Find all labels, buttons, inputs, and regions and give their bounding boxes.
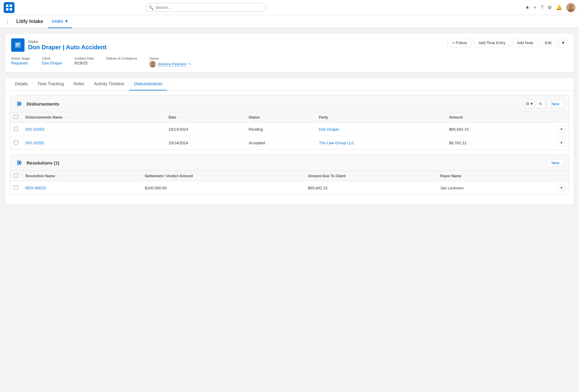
disbursements-table: Disbursements Name ↑ Date Status Party A… <box>10 112 569 149</box>
svg-rect-3 <box>10 8 12 11</box>
resolutions-col-actions <box>526 171 569 181</box>
table-row: DIS-10253 10/14/2024 Pending Don Draper … <box>10 122 569 136</box>
record-meta: Active Stage Requests Client Don Draper … <box>11 57 568 67</box>
app-logo-icon <box>4 2 15 13</box>
notifications-icon[interactable]: 🔔 <box>556 5 562 10</box>
tab-roles[interactable]: Roles <box>69 78 89 90</box>
res-row1-payor: Jan Levinson <box>437 181 526 195</box>
statute-field: Statute of Limitations <box>106 57 137 67</box>
record-info: Intake Don Draper | Auto Accident <box>28 40 107 51</box>
add-time-entry-button[interactable]: Add Time Entry <box>474 38 510 47</box>
resolutions-actions: New <box>547 159 564 167</box>
help-icon[interactable]: ? <box>541 5 543 10</box>
record-actions: + Follow Add Time Entry Add Note Edit ▼ <box>447 38 568 47</box>
disbursements-litify-icon <box>15 100 24 108</box>
client-field: Client Don Draper <box>42 57 62 67</box>
row1-name-link[interactable]: DIS-10253 <box>25 127 44 132</box>
resolutions-select-all-checkbox[interactable] <box>14 173 18 178</box>
search-bar: 🔍 <box>145 3 266 12</box>
disbursements-select-all-checkbox[interactable] <box>14 115 18 119</box>
record-type-icon <box>11 38 24 52</box>
resolutions-title-area: Resolutions (1) <box>15 158 59 167</box>
settings-icon[interactable]: ⚙ <box>548 5 552 10</box>
disbursements-title: Disbursements <box>27 101 59 106</box>
active-stage-field: Active Stage Requests <box>11 57 30 67</box>
statute-label: Statute of Limitations <box>106 57 137 60</box>
res-row1-dropdown-button[interactable]: ▼ <box>558 184 565 191</box>
active-stage-value[interactable]: Requests <box>11 61 28 65</box>
row2-name-link[interactable]: DIS-10252 <box>25 141 44 145</box>
edit-button[interactable]: Edit <box>540 38 556 47</box>
res-row1-name-link[interactable]: RES-00015 <box>25 186 46 190</box>
row1-party-link[interactable]: Don Draper <box>319 127 339 132</box>
resolutions-col-name: Resolution Name ↑ <box>22 171 141 181</box>
disbursements-col-party: Party <box>315 112 445 122</box>
tab-time-tracking[interactable]: Time Tracking <box>33 78 69 90</box>
top-nav: 🔍 ★ + ? ⚙ 🔔 <box>0 0 579 15</box>
disbursements-settings-button[interactable]: ⚙▼ <box>525 99 534 108</box>
row1-status: Pending <box>245 122 315 136</box>
res-row1-checkbox[interactable] <box>14 185 18 190</box>
add-note-button[interactable]: Add Note <box>512 38 538 47</box>
row1-checkbox[interactable] <box>14 127 18 131</box>
app-bar: ⋮ Litify Intake Intake ▼ <box>0 15 579 28</box>
active-stage-label: Active Stage <box>11 57 30 60</box>
client-value[interactable]: Don Draper <box>42 61 62 65</box>
row2-checkbox[interactable] <box>14 140 18 145</box>
svg-point-5 <box>569 5 572 8</box>
disbursements-new-button[interactable]: New <box>547 100 564 108</box>
row2-date: 10/14/2024 <box>165 136 245 150</box>
add-icon[interactable]: + <box>534 5 536 10</box>
breadcrumb: Intake <box>28 40 107 44</box>
row1-checkbox-cell <box>10 122 22 136</box>
row2-party-link[interactable]: The Law Group LLC. <box>319 141 356 145</box>
res-row1-checkbox-cell <box>10 181 22 195</box>
app-tab-intake[interactable]: Intake ▼ <box>48 15 72 28</box>
resolutions-header-row: Resolution Name ↑ Settlement / Verdict A… <box>10 171 569 181</box>
grid-icon[interactable]: ⋮ <box>5 18 10 25</box>
record-header-top: Intake Don Draper | Auto Accident + Foll… <box>11 38 568 52</box>
disbursements-actions: ⚙▼ ↻ New <box>525 99 564 108</box>
owner-avatar <box>149 61 156 67</box>
owner-edit-icon[interactable]: ✎ <box>188 62 191 66</box>
user-avatar[interactable] <box>566 3 575 12</box>
disbursements-col-date: Date <box>165 112 245 122</box>
search-input[interactable] <box>145 3 266 12</box>
row2-name: DIS-10252 <box>22 136 165 150</box>
owner-name[interactable]: Jessica Pearson <box>158 62 187 67</box>
resolutions-litify-icon <box>15 158 24 167</box>
row1-actions: ▼ <box>525 122 569 136</box>
row1-dropdown-button[interactable]: ▼ <box>558 126 565 133</box>
incident-date-field: Incident Date 9/19/25 <box>74 57 94 67</box>
resolutions-col-settlement: Settlement / Verdict Amount <box>141 171 304 181</box>
row1-date: 10/14/2024 <box>165 122 245 136</box>
owner-field: Owner Jessica Pearson ✎ <box>149 57 191 67</box>
app-tab-dropdown-icon[interactable]: ▼ <box>64 19 69 24</box>
resolutions-header: Resolutions (1) New <box>10 155 569 171</box>
tab-activity-timeline[interactable]: Activity Timeline <box>89 78 129 90</box>
disbursements-related-list: Disbursements ⚙▼ ↻ New Disbu <box>10 95 569 150</box>
resolutions-new-button[interactable]: New <box>547 159 564 167</box>
app-tab-label: Intake <box>52 19 63 24</box>
follow-button[interactable]: + Follow <box>447 38 471 47</box>
resolutions-table: Resolution Name ↑ Settlement / Verdict A… <box>10 171 569 194</box>
resolutions-select-all-header <box>10 171 22 181</box>
follow-plus-icon: + <box>452 41 454 45</box>
disbursements-refresh-button[interactable]: ↻ <box>536 99 545 108</box>
res-row1-amount-due: $65,842.15 <box>304 181 437 195</box>
row2-dropdown-button[interactable]: ▼ <box>558 139 565 146</box>
row2-status: Accepted <box>245 136 315 150</box>
record-actions-dropdown[interactable]: ▼ <box>558 38 568 47</box>
resolutions-col-payor: Payor Name <box>437 171 526 181</box>
tabs-content: Disbursements ⚙▼ ↻ New Disbu <box>5 90 574 204</box>
res-row1-actions: ▼ <box>526 181 569 195</box>
favorites-icon[interactable]: ★ <box>525 5 529 10</box>
record-title: Don Draper | Auto Accident <box>28 44 107 51</box>
tab-details[interactable]: Details <box>10 78 33 90</box>
row1-name: DIS-10253 <box>22 122 165 136</box>
name-sort-icon: ↑ <box>65 116 66 119</box>
svg-rect-1 <box>10 5 12 7</box>
row2-checkbox-cell <box>10 136 22 150</box>
tab-disbursements[interactable]: Disbursements <box>129 78 167 90</box>
resolutions-related-list: Resolutions (1) New Resolution Name ↑ <box>10 155 569 195</box>
